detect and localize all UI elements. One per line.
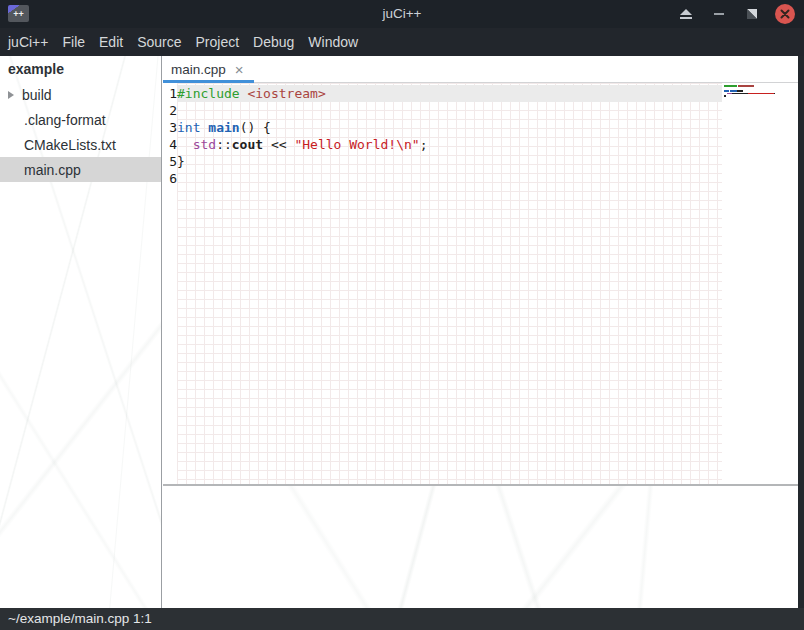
terminal-panel[interactable] <box>163 486 798 608</box>
tab-close-icon[interactable]: × <box>235 62 244 77</box>
minimize-icon <box>713 8 725 20</box>
minimap[interactable] <box>722 83 798 484</box>
titlebar: ++ juCi++ <box>0 0 804 28</box>
minimap-line <box>724 85 737 87</box>
menu-source[interactable]: Source <box>130 28 188 56</box>
tree-item-label: main.cpp <box>24 162 81 178</box>
line-number: 5 <box>163 153 177 170</box>
window-controls <box>676 0 795 28</box>
code-line: int main() { <box>177 119 722 136</box>
tree-item-main-cpp[interactable]: main.cpp <box>0 157 161 182</box>
tab-label: main.cpp <box>171 62 226 77</box>
line-number: 2 <box>163 102 177 119</box>
restore-button[interactable] <box>742 4 762 24</box>
minimap-line <box>737 90 743 92</box>
code-editor[interactable]: 123456 #include <iostream>int main() { s… <box>163 83 798 484</box>
close-button[interactable] <box>775 4 795 24</box>
file-tree: example build .clang-format CMakeLists.t… <box>0 56 162 608</box>
menu-file[interactable]: File <box>55 28 92 56</box>
menu-window[interactable]: Window <box>301 28 365 56</box>
shade-button[interactable] <box>676 4 696 24</box>
minimize-button[interactable] <box>709 4 729 24</box>
line-number: 3 <box>163 119 177 136</box>
minimap-line <box>724 95 726 97</box>
tree-root-example[interactable]: example <box>0 56 161 82</box>
minimap-line <box>738 85 754 87</box>
editor-column: main.cpp × 123456 #include <iostream>int… <box>163 56 798 608</box>
code-line: } <box>177 153 722 170</box>
tab-main-cpp[interactable]: main.cpp × <box>163 56 254 82</box>
menu-edit[interactable]: Edit <box>92 28 130 56</box>
restore-icon <box>746 8 758 20</box>
code-line <box>177 102 722 119</box>
tree-item-clang-format[interactable]: .clang-format <box>0 107 161 132</box>
chevron-right-icon[interactable] <box>8 91 14 99</box>
line-number: 6 <box>163 170 177 187</box>
shade-icon <box>679 8 693 20</box>
tree-item-build[interactable]: build <box>0 82 161 107</box>
code-line: #include <iostream> <box>177 85 722 102</box>
tree-item-label: build <box>22 87 52 103</box>
menu-juci[interactable]: juCi++ <box>1 28 55 56</box>
tree-item-cmakelists[interactable]: CMakeLists.txt <box>0 132 161 157</box>
minimap-line <box>724 90 729 92</box>
tree-item-label: CMakeLists.txt <box>24 137 116 153</box>
minimap-line <box>774 93 776 95</box>
line-numbers: 123456 <box>163 83 177 484</box>
code-line: std::cout << "Hello World!\n"; <box>177 136 722 153</box>
menu-debug[interactable]: Debug <box>246 28 301 56</box>
menubar: juCi++ File Edit Source Project Debug Wi… <box>0 28 804 56</box>
code-line <box>177 170 722 187</box>
close-icon <box>780 9 790 19</box>
main-area: example build .clang-format CMakeLists.t… <box>0 56 804 608</box>
statusbar: ~/example/main.cpp 1:1 <box>0 608 804 630</box>
menu-project[interactable]: Project <box>189 28 247 56</box>
line-number: 4 <box>163 136 177 153</box>
code-lines[interactable]: #include <iostream>int main() { std::cou… <box>177 83 722 484</box>
tabbar: main.cpp × <box>163 56 798 83</box>
status-file-location: ~/example/main.cpp 1:1 <box>8 611 152 626</box>
tree-item-label: .clang-format <box>24 112 106 128</box>
window-right-edge <box>798 56 804 608</box>
line-number: 1 <box>163 85 177 102</box>
app-window: ++ juCi++ <box>0 0 804 630</box>
minimap-line <box>748 93 774 95</box>
